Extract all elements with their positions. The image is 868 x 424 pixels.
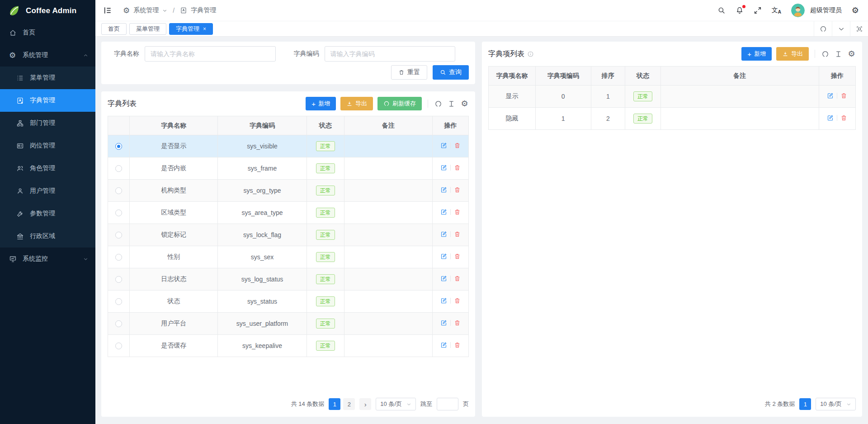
delete-icon[interactable] <box>454 142 461 149</box>
jump-page-input[interactable] <box>437 398 458 410</box>
row-radio[interactable] <box>115 143 122 150</box>
content: 字典名称 字典编码 重置 <box>95 37 868 424</box>
delete-icon[interactable] <box>454 209 461 215</box>
translate-icon[interactable]: 文A <box>772 7 781 14</box>
sidebar-item-dict-mgmt[interactable]: 字典管理 <box>0 89 95 112</box>
tab[interactable]: 菜单管理 × <box>129 23 166 35</box>
edit-icon[interactable] <box>440 209 447 215</box>
table-row[interactable]: 状态 sys_status 正常 <box>108 291 469 313</box>
row-radio[interactable] <box>115 232 122 238</box>
export-dict-item-button[interactable]: 导出 <box>776 47 809 61</box>
table-row[interactable]: 是否内嵌 sys_frame 正常 <box>108 157 469 180</box>
topbar-actions: 文A 超级管理员 ⚙ <box>717 4 859 17</box>
sidebar-item-role-mgmt[interactable]: 角色管理 <box>0 157 95 180</box>
menu-fold-icon[interactable] <box>103 6 112 15</box>
dict-item-card: 字典项列表 + 新增 导出 <box>482 42 862 417</box>
table-row[interactable]: 机构类型 sys_org_type 正常 <box>108 180 469 202</box>
table-row[interactable]: 区域类型 sys_area_type 正常 <box>108 202 469 224</box>
search-icon[interactable] <box>717 6 726 14</box>
row-radio[interactable] <box>115 320 122 327</box>
refresh-table-icon[interactable] <box>821 50 830 58</box>
delete-icon[interactable] <box>454 231 461 238</box>
current-user-name[interactable]: 超级管理员 <box>810 6 842 14</box>
dict-name-input[interactable] <box>145 46 276 62</box>
row-height-icon[interactable] <box>447 100 456 108</box>
delete-icon[interactable] <box>454 164 461 171</box>
sidebar-item-home[interactable]: 首页 <box>0 21 95 44</box>
sidebar-item-user-mgmt[interactable]: 用户管理 <box>0 180 95 202</box>
breadcrumb-level2[interactable]: 字典管理 <box>191 6 216 14</box>
edit-icon[interactable] <box>827 114 834 121</box>
table-row[interactable]: 日志状态 sys_log_status 正常 <box>108 268 469 291</box>
table-row[interactable]: 性别 sys_sex 正常 <box>108 246 469 268</box>
table-row[interactable]: 显示 0 1 正常 <box>489 86 856 108</box>
dict-code-input[interactable] <box>325 46 456 62</box>
sidebar-item-post-mgmt[interactable]: 岗位管理 <box>0 134 95 157</box>
edit-icon[interactable] <box>440 186 447 193</box>
edit-icon[interactable] <box>440 275 447 282</box>
delete-icon[interactable] <box>840 114 847 121</box>
tab[interactable]: 首页 × <box>101 23 127 35</box>
row-height-icon[interactable] <box>834 50 843 58</box>
table-row[interactable]: 用户平台 sys_user_platform 正常 <box>108 313 469 335</box>
row-radio[interactable] <box>115 210 122 216</box>
sidebar-item-system[interactable]: ⚙ 系统管理 <box>0 44 95 67</box>
reset-button[interactable]: 重置 <box>391 65 427 80</box>
tab[interactable]: 字典管理 × <box>169 23 213 35</box>
fullscreen-icon[interactable] <box>754 6 762 14</box>
edit-icon[interactable] <box>440 142 447 149</box>
delete-icon[interactable] <box>454 275 461 282</box>
delete-icon[interactable] <box>454 319 461 326</box>
refresh-tab-icon[interactable] <box>814 21 832 36</box>
maximize-content-icon[interactable] <box>850 21 868 36</box>
row-radio[interactable] <box>115 343 122 349</box>
refresh-cache-button[interactable]: 刷新缓存 <box>377 97 422 110</box>
row-radio[interactable] <box>115 254 122 261</box>
add-dict-item-button[interactable]: + 新增 <box>741 47 772 61</box>
page-button[interactable]: 1 <box>329 398 340 410</box>
edit-icon[interactable] <box>440 297 447 304</box>
delete-icon[interactable] <box>840 92 847 99</box>
edit-icon[interactable] <box>440 319 447 326</box>
table-row[interactable]: 锁定标记 sys_lock_flag 正常 <box>108 224 469 246</box>
page-button[interactable]: 1 <box>799 398 811 410</box>
query-button[interactable]: 查询 <box>433 65 469 80</box>
refresh-table-icon[interactable] <box>434 100 443 108</box>
sidebar-item-param-mgmt[interactable]: 参数管理 <box>0 202 95 225</box>
sidebar-item-menu-mgmt[interactable]: 菜单管理 <box>0 67 95 89</box>
status-badge: 正常 <box>316 319 335 329</box>
delete-icon[interactable] <box>454 342 461 348</box>
breadcrumb-level1[interactable]: 系统管理 <box>133 6 159 14</box>
avatar[interactable] <box>791 4 805 17</box>
notification-bell-icon[interactable] <box>736 6 744 14</box>
next-page-button[interactable]: › <box>359 398 371 410</box>
row-radio[interactable] <box>115 298 122 305</box>
tab-options-chevron-icon[interactable] <box>832 21 850 36</box>
sidebar-item-admin-area[interactable]: 行政区域 <box>0 225 95 248</box>
table-row[interactable]: 是否缓存 sys_keepalive 正常 <box>108 335 469 357</box>
add-dict-button[interactable]: + 新增 <box>306 97 336 110</box>
page-button[interactable]: 2 <box>343 398 355 410</box>
delete-icon[interactable] <box>454 297 461 304</box>
table-settings-icon[interactable]: ⚙ <box>460 100 469 108</box>
table-settings-icon[interactable]: ⚙ <box>847 50 856 58</box>
table-row[interactable]: 是否显示 sys_visible 正常 <box>108 135 469 157</box>
row-radio[interactable] <box>115 187 122 194</box>
row-radio[interactable] <box>115 165 122 172</box>
page-size-select[interactable]: 10 条/页 <box>816 398 856 410</box>
delete-icon[interactable] <box>454 253 461 260</box>
edit-icon[interactable] <box>827 92 834 99</box>
export-dict-button[interactable]: 导出 <box>340 97 373 110</box>
sidebar-item-monitor[interactable]: 系统监控 <box>0 248 95 270</box>
edit-icon[interactable] <box>440 164 447 171</box>
edit-icon[interactable] <box>440 231 447 238</box>
edit-icon[interactable] <box>440 342 447 348</box>
edit-icon[interactable] <box>440 253 447 260</box>
page-size-select[interactable]: 10 条/页 <box>376 398 416 410</box>
sidebar-item-dept-mgmt[interactable]: 部门管理 <box>0 112 95 134</box>
table-row[interactable]: 隐藏 1 2 正常 <box>489 108 856 130</box>
delete-icon[interactable] <box>454 186 461 193</box>
settings-gear-icon[interactable]: ⚙ <box>852 6 859 14</box>
row-radio[interactable] <box>115 276 122 283</box>
close-icon[interactable]: × <box>203 26 206 32</box>
